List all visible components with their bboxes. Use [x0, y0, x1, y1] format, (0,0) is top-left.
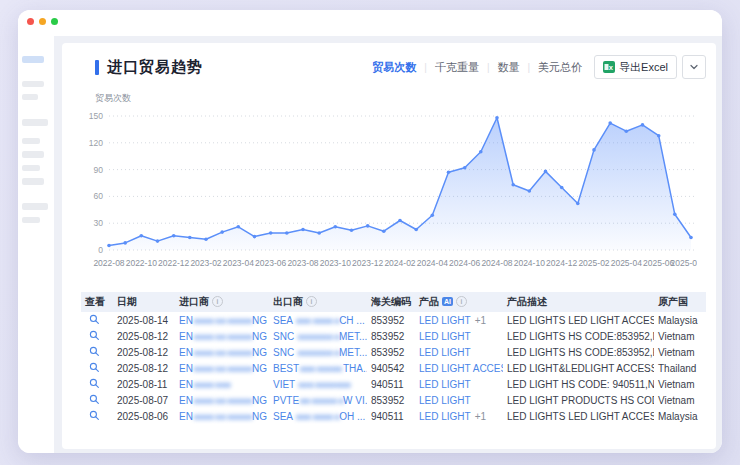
sidebar-skeleton-bar [22, 178, 44, 185]
cell-product[interactable]: LED LIGHT ACCESSORY [415, 360, 503, 376]
redacted-text: ■■■■ ■■ ■■■■■ [193, 347, 252, 358]
cell-date: 2025-08-12 [113, 328, 175, 344]
tab-千克重量[interactable]: 千克重量 [435, 60, 479, 75]
chevron-down-icon [689, 62, 699, 72]
tab-贸易次数[interactable]: 贸易次数 [372, 60, 416, 75]
title-accent-bar [95, 60, 99, 75]
redacted-text: ■■■ ■■■■ ■ [295, 315, 339, 326]
window-body: 进口贸易趋势 贸易次数|千克重量|数量|美元总价 x 导出Excel [18, 36, 722, 453]
traffic-light-minimize-button[interactable] [39, 18, 46, 25]
cell-exporter[interactable]: PVTE■■ ■■■■■ ■W VI... [269, 392, 367, 408]
cell-description: LED LIGHTS LED LIGHT ACCESSORIES,ENVISIO… [503, 312, 654, 328]
cell-product[interactable]: LED LIGHT [415, 344, 503, 360]
column-header-hs_code: 海关编码 [367, 292, 415, 312]
cell-exporter[interactable]: VIET ■■■ ■■■■■■■ [269, 376, 367, 392]
magnifier-icon [89, 314, 100, 325]
redacted-text: ■■■■ ■■ ■■■■■ [193, 411, 252, 422]
cell-product[interactable]: LED LIGHT [415, 376, 503, 392]
view-detail-button[interactable] [89, 362, 100, 373]
tab-美元总价[interactable]: 美元总价 [538, 60, 582, 75]
cell-hs-code: 853952 [367, 312, 415, 328]
cell-exporter[interactable]: SEA ■■■ ■■■■ ■OH ... [269, 408, 367, 424]
traffic-light-close-button[interactable] [27, 18, 34, 25]
view-detail-button[interactable] [89, 410, 100, 421]
product-extra-count: +1 [475, 315, 486, 326]
view-detail-button[interactable] [89, 330, 100, 341]
svg-text:2024-04: 2024-04 [417, 258, 448, 268]
table-row: 2025-08-12EN■■■■ ■■ ■■■■■NG L..BEST■■■ ■… [81, 360, 706, 376]
svg-text:2024-12: 2024-12 [546, 258, 577, 268]
tab-separator: | [424, 62, 427, 73]
redacted-text: ■■■■ ■■ ■■■■■ [193, 395, 252, 406]
export-dropdown-button[interactable] [682, 55, 706, 79]
trade-trend-area-chart[interactable]: 03060901201502022-082022-102022-122023-0… [81, 108, 697, 276]
window-titlebar [18, 10, 722, 36]
view-detail-button[interactable] [89, 346, 100, 357]
cell-view [81, 392, 113, 408]
tab-数量[interactable]: 数量 [497, 60, 519, 75]
svg-text:2023-04: 2023-04 [223, 258, 254, 268]
cell-importer[interactable]: EN■■■■ ■■ ■■■■■NG L.. [175, 312, 269, 328]
cell-origin: Vietnam [654, 376, 706, 392]
cell-origin: Malaysia [654, 408, 706, 424]
app-window: 进口贸易趋势 贸易次数|千克重量|数量|美元总价 x 导出Excel [18, 10, 722, 453]
info-icon[interactable] [306, 296, 317, 307]
trade-trend-card: 进口贸易趋势 贸易次数|千克重量|数量|美元总价 x 导出Excel [62, 43, 716, 449]
svg-text:0: 0 [98, 245, 103, 255]
cell-product[interactable]: LED LIGHT+1 [415, 312, 503, 328]
cell-origin: Vietnam [654, 328, 706, 344]
cell-date: 2025-08-11 [113, 376, 175, 392]
cell-exporter[interactable]: BEST■■■ ■■■■■ THA... [269, 360, 367, 376]
view-detail-button[interactable] [89, 314, 100, 325]
table-row: 2025-08-14EN■■■■ ■■ ■■■■■NG L..SEA ■■■ ■… [81, 312, 706, 328]
cell-product[interactable]: LED LIGHT [415, 392, 503, 408]
cell-hs-code: 853952 [367, 344, 415, 360]
sidebar-skeleton-bar [22, 56, 44, 63]
desktop-background: 进口贸易趋势 贸易次数|千克重量|数量|美元总价 x 导出Excel [0, 0, 740, 465]
column-header-view: 查看 [81, 292, 113, 312]
redacted-text: ■■■■■■■ ■ [297, 347, 339, 358]
table-header-row: 查看日期进口商出口商海关编码产品AI产品描述原产国 [81, 292, 706, 312]
header-controls: 贸易次数|千克重量|数量|美元总价 x 导出Excel [372, 55, 706, 79]
cell-importer[interactable]: EN■■■■ ■■ ■■■■■NG L.. [175, 360, 269, 376]
svg-text:2023-06: 2023-06 [255, 258, 286, 268]
sidebar-skeleton-bar [22, 165, 40, 171]
column-header-importer: 进口商 [175, 292, 269, 312]
cell-description: LED LIGHTS HS CODE:853952,N M [503, 328, 654, 344]
cell-exporter[interactable]: SNC ■■■■■■■ ■MET... [269, 344, 367, 360]
sidebar-skeleton [18, 36, 54, 453]
cell-exporter[interactable]: SEA ■■■ ■■■■ ■CH ... [269, 312, 367, 328]
cell-importer[interactable]: EN■■■■ ■■■ [175, 376, 269, 392]
cell-description: LED LIGHT PRODUCTS HS CODE: 853952,NUWAT… [503, 392, 654, 408]
cell-hs-code: 940511 [367, 408, 415, 424]
magnifier-icon [89, 346, 100, 357]
view-detail-button[interactable] [89, 394, 100, 405]
cell-importer[interactable]: EN■■■■ ■■ ■■■■■NG L.. [175, 328, 269, 344]
export-excel-button[interactable]: x 导出Excel [594, 55, 677, 79]
cell-importer[interactable]: EN■■■■ ■■ ■■■■■NG L.. [175, 392, 269, 408]
info-icon[interactable] [456, 296, 467, 307]
excel-icon: x [603, 61, 615, 73]
redacted-text: ■■■ ■■■■■ [299, 363, 343, 374]
cell-importer[interactable]: EN■■■■ ■■ ■■■■■NG L.. [175, 408, 269, 424]
cell-description: LED LIGHTS HS CODE:853952,ENVISIONLED [503, 344, 654, 360]
cell-hs-code: 940542 [367, 360, 415, 376]
cell-product[interactable]: LED LIGHT+1 [415, 408, 503, 424]
cell-importer[interactable]: EN■■■■ ■■ ■■■■■NG I.. [175, 344, 269, 360]
traffic-light-zoom-button[interactable] [51, 18, 58, 25]
product-extra-count: +1 [475, 411, 486, 422]
tab-separator: | [487, 62, 490, 73]
info-icon[interactable] [212, 296, 223, 307]
cell-origin: Vietnam [654, 392, 706, 408]
cell-view [81, 376, 113, 392]
redacted-text: ■■■■■■■ ■ [297, 331, 339, 342]
cell-exporter[interactable]: SNC ■■■■■■■ ■MET... [269, 328, 367, 344]
svg-text:2025-04: 2025-04 [611, 258, 642, 268]
svg-text:2023-08: 2023-08 [287, 258, 318, 268]
cell-product[interactable]: LED LIGHT [415, 328, 503, 344]
redacted-text: ■■■■ ■■ ■■■■■ [193, 315, 252, 326]
svg-text:2025-02: 2025-02 [578, 258, 609, 268]
chart-y-axis-title: 贸易次数 [95, 92, 706, 105]
view-detail-button[interactable] [89, 378, 100, 389]
svg-text:150: 150 [89, 111, 103, 121]
